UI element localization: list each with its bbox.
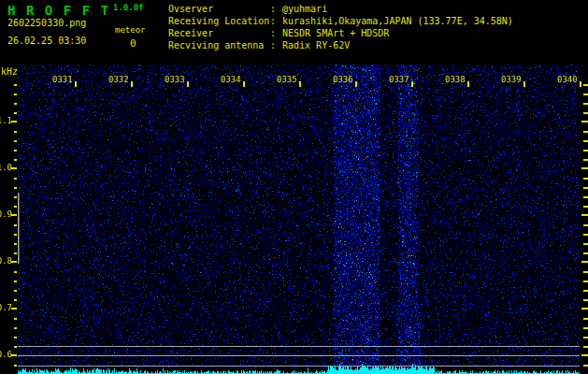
y-axis-minor-tick-right [583,84,588,86]
y-axis-major-tick-right [581,261,588,263]
x-axis-tick-label: 0335 [277,76,297,84]
x-axis-tick-label: 0336 [333,76,353,84]
y-axis-minor-tick-right [583,178,588,180]
x-axis-tick [411,81,413,87]
y-axis-major-tick-left [11,167,17,169]
y-axis-minor-tick-left [14,365,17,367]
y-axis-minor-tick-left [14,131,17,133]
y-axis-minor-tick-right [583,140,588,142]
y-axis-minor-tick-right [583,290,588,292]
y-axis-minor-tick-left [14,196,17,198]
x-axis-tick [355,81,357,87]
x-axis-tick-label: 0338 [445,76,466,84]
y-axis-minor-tick-right [583,150,588,151]
hrofft-spectrogram-output: HROFFT 1.0.0f 2602250330.png 26.02.25 03… [0,0,588,374]
y-axis-minor-tick-left [14,112,17,114]
y-axis-minor-tick-left [14,206,17,208]
y-axis-minor-tick-left [14,299,17,301]
y-axis-minor-tick-right [583,327,588,329]
y-axis-minor-tick-left [14,187,17,189]
y-axis-minor-tick-left [14,140,17,142]
y-axis-major-tick-left [11,261,17,263]
y-axis-minor-tick-right [583,112,588,114]
y-axis-minor-tick-right [583,318,588,320]
y-axis-minor-tick-right [583,103,588,105]
y-axis-minor-tick-left [14,84,17,86]
x-axis-tick-label: 0339 [501,76,522,84]
y-axis-minor-tick-right [583,131,588,133]
y-axis-minor-tick-right [583,234,588,236]
x-axis-tick-label: 0333 [165,76,185,84]
y-axis-major-tick-left [11,214,17,216]
y-axis-minor-tick-left [14,150,17,151]
x-axis-tick-label: 0340 [557,76,578,84]
y-axis-minor-tick-right [583,299,588,301]
y-axis-minor-tick-right [583,159,588,161]
x-axis-tick [299,81,301,87]
x-axis-tick [523,81,525,87]
y-axis-minor-tick-right [583,337,588,338]
y-axis-minor-tick-left [14,94,17,95]
y-axis-minor-tick-left [14,290,17,292]
x-axis-tick [580,81,581,87]
y-axis-major-tick-left [11,121,17,122]
y-axis-minor-tick-right [583,206,588,208]
y-axis-minor-tick-right [583,243,588,245]
y-axis-minor-tick-right [583,280,588,282]
y-axis-major-tick-right [581,354,588,356]
x-axis-tick [467,81,469,87]
x-axis-tick [243,81,245,87]
y-axis-minor-tick-right [583,365,588,367]
y-axis-minor-tick-left [14,103,17,105]
y-axis-minor-tick-left [14,271,17,273]
y-axis-minor-tick-right [583,187,588,189]
y-axis-minor-tick-right [583,196,588,198]
y-axis-minor-tick-right [583,252,588,254]
y-axis-minor-tick-left [14,280,17,282]
y-axis-minor-tick-left [14,337,17,338]
y-axis-minor-tick-right [583,346,588,348]
y-axis-minor-tick-left [14,178,17,180]
x-axis-tick [75,81,77,87]
y-axis-minor-tick-right [583,271,588,273]
x-axis-tick-label: 0334 [221,76,241,84]
x-axis-tick-label: 0332 [108,76,129,84]
y-axis-major-tick-right [581,308,588,309]
y-axis-major-tick-right [581,167,588,169]
y-axis-minor-tick-left [14,346,17,348]
y-axis-major-tick-left [11,308,17,309]
y-axis-major-tick-right [581,121,588,122]
y-axis-minor-tick-left [14,252,17,254]
y-axis-minor-tick-left [14,327,17,329]
y-axis-minor-tick-left [14,234,17,236]
y-axis-minor-tick-left [14,243,17,245]
y-axis-minor-tick-right [583,224,588,226]
x-axis-tick [187,81,189,87]
y-axis-minor-tick-left [14,318,17,320]
x-axis-tick-label: 0331 [52,76,73,84]
y-axis-minor-tick-left [14,159,17,161]
y-axis-major-tick-right [581,214,588,216]
y-axis-major-tick-left [11,354,17,356]
x-axis-tick [131,81,133,87]
x-axis-tick-label: 0337 [389,76,409,84]
axes-layer: 1.11.00.90.80.70.60331033203330334033503… [0,0,588,374]
y-axis-minor-tick-right [583,94,588,95]
y-axis-minor-tick-left [14,224,17,226]
